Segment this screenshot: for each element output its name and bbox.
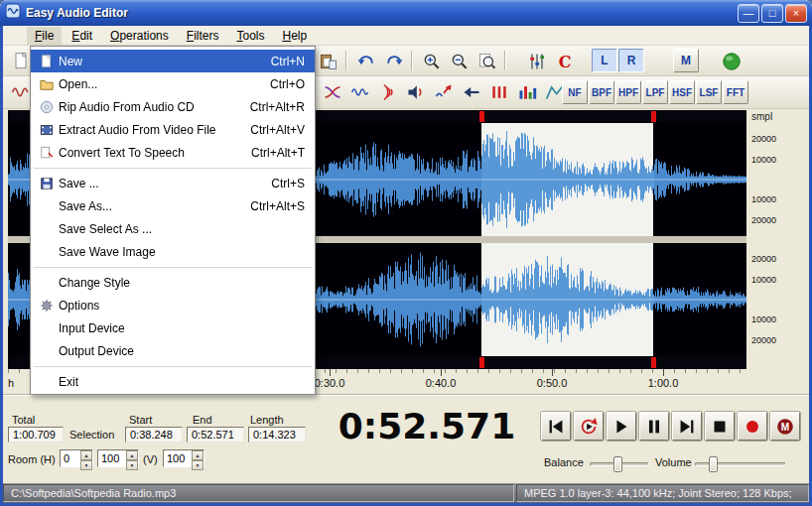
loop-play-button[interactable] [574, 412, 604, 441]
scale-value: 10000 [751, 275, 776, 285]
menu-operations[interactable]: Operations [102, 27, 177, 45]
stop-button[interactable] [705, 412, 735, 441]
undo-icon[interactable] [353, 49, 379, 74]
room-h-spinner[interactable]: 0 ▲▼ [60, 449, 93, 467]
echo-icon[interactable] [375, 79, 401, 105]
zoom-in-icon[interactable] [419, 49, 445, 74]
step-forward-button[interactable] [672, 412, 702, 441]
filter-hpf-button[interactable]: HPF [615, 80, 641, 104]
skip-to-start-button[interactable] [541, 412, 571, 441]
menu-help[interactable]: Help [274, 27, 315, 45]
selection-start-marker[interactable] [479, 357, 484, 368]
menu-item-rip-audio-cd[interactable]: Rip Audio From Audio CD Ctrl+Alt+R [31, 95, 315, 118]
menu-tools[interactable]: Tools [228, 27, 272, 45]
mono-button[interactable]: M [673, 49, 699, 72]
toolbar-separator [411, 51, 413, 70]
title-bar[interactable]: Easy Audio Editor — □ × [0, 0, 812, 26]
redo-icon[interactable] [381, 49, 407, 74]
vibrato-icon[interactable] [347, 79, 373, 105]
menu-item-save-wave-image[interactable]: Save Wave Image [31, 240, 315, 263]
scale-value: 10000 [751, 194, 776, 204]
menu-item-new[interactable]: New Ctrl+N [31, 50, 315, 72]
zoom-out-icon[interactable] [447, 49, 473, 74]
room-v-zoom-down-button[interactable]: ▼ [192, 460, 203, 470]
menu-item-extract-audio[interactable]: Extract Audio From Video File Ctrl+Alt+V [31, 118, 315, 141]
channel-mix-icon[interactable] [320, 79, 345, 105]
text-to-speech-icon [35, 144, 59, 162]
volume-slider-thumb[interactable] [709, 456, 718, 472]
no-icon [35, 342, 59, 360]
room-h-zoom-spinner[interactable]: 100 ▲▼ [97, 449, 139, 467]
menu-item-save-as[interactable]: Save As... Ctrl+Alt+S [31, 194, 315, 217]
selection-start-marker[interactable] [479, 111, 484, 122]
menu-item-options[interactable]: Options [31, 294, 315, 316]
menu-item-input-device[interactable]: Input Device [31, 316, 315, 339]
pitch-shift-icon[interactable] [431, 79, 457, 105]
selection-end-marker[interactable] [651, 357, 656, 368]
filter-lsf-button[interactable]: LSF [696, 80, 722, 104]
pause-button[interactable] [639, 412, 669, 441]
speaker-icon[interactable] [403, 79, 429, 105]
menu-item-shortcut: Ctrl+N [233, 55, 305, 68]
noise-gate-icon[interactable] [486, 79, 512, 105]
control-panel: Total Start End Length 1:00.709 Selectio… [3, 395, 809, 483]
menu-item-label: Save ... [59, 177, 233, 190]
menu-item-label: Convert Text To Speech [59, 146, 233, 160]
menu-item-exit[interactable]: Exit [31, 370, 315, 393]
equalizer-icon[interactable] [514, 79, 540, 105]
filter-bpf-button[interactable]: BPF [589, 80, 614, 104]
room-h-zoom-up-button[interactable]: ▲ [126, 450, 138, 460]
menu-item-text-to-speech[interactable]: Convert Text To Speech Ctrl+Alt+T [31, 141, 315, 164]
room-v-zoom-up-button[interactable]: ▲ [192, 450, 203, 460]
zoom-fit-icon[interactable] [474, 49, 500, 74]
filter-fft-button[interactable]: FFT [723, 80, 748, 104]
menu-filters[interactable]: Filters [179, 27, 227, 45]
right-channel-button[interactable]: R [618, 49, 644, 72]
close-button[interactable]: × [785, 4, 807, 23]
room-v-label: (V) [143, 453, 158, 465]
room-h-up-button[interactable]: ▲ [80, 450, 92, 460]
time-display: 0:52.571 [333, 406, 521, 451]
volume-label: Volume [655, 456, 692, 468]
menu-edit[interactable]: Edit [64, 27, 100, 45]
left-channel-button[interactable]: L [592, 49, 617, 72]
menu-item-label: Extract Audio From Video File [59, 123, 233, 137]
room-v-zoom-spinner[interactable]: 100 ▲▼ [163, 449, 204, 467]
window-title: Easy Audio Editor [26, 6, 736, 20]
minimize-button[interactable]: — [738, 4, 759, 23]
timeline-label: 0:50.0 [537, 377, 568, 389]
record-button[interactable] [738, 412, 767, 441]
id-tag-icon[interactable] [719, 49, 744, 74]
menu-item-save-select-as[interactable]: Save Select As ... [31, 217, 315, 240]
room-h-zoom-down-button[interactable]: ▼ [126, 460, 138, 470]
menu-item-label: Change Style [59, 276, 233, 290]
menu-item-label: Options [59, 299, 233, 313]
menu-item-shortcut: Ctrl+S [233, 177, 305, 190]
open-folder-icon [35, 75, 59, 93]
play-button[interactable] [607, 412, 636, 441]
menu-item-label: Output Device [59, 344, 233, 358]
menu-item-save[interactable]: Save ... Ctrl+S [31, 172, 315, 194]
menu-item-output-device[interactable]: Output Device [31, 339, 315, 362]
no-icon [35, 274, 59, 292]
filter-hsf-button[interactable]: HSF [669, 80, 695, 104]
filter-nf-button[interactable]: NF [562, 80, 588, 104]
selection-end-marker[interactable] [651, 111, 656, 122]
menu-item-open[interactable]: Open... Ctrl+O [31, 72, 315, 95]
filter-lpf-button[interactable]: LPF [642, 80, 668, 104]
reverse-icon[interactable] [459, 79, 484, 105]
menu-file[interactable]: File [27, 27, 62, 45]
maximize-button[interactable]: □ [761, 4, 783, 23]
marker-button[interactable]: M [770, 412, 800, 441]
room-h-value: 0 [61, 450, 80, 466]
timeline-tick [552, 369, 553, 376]
c-marker-icon[interactable]: C [552, 49, 578, 74]
menu-item-change-style[interactable]: Change Style [31, 271, 315, 294]
room-h-down-button[interactable]: ▼ [80, 460, 92, 470]
paste-special-icon[interactable] [316, 49, 341, 74]
menu-separator [31, 362, 315, 370]
scale-value: 20000 [751, 134, 776, 144]
balance-slider-thumb[interactable] [613, 456, 622, 472]
preset-mixer-icon[interactable] [524, 49, 550, 74]
scale-value: 10000 [751, 155, 776, 165]
